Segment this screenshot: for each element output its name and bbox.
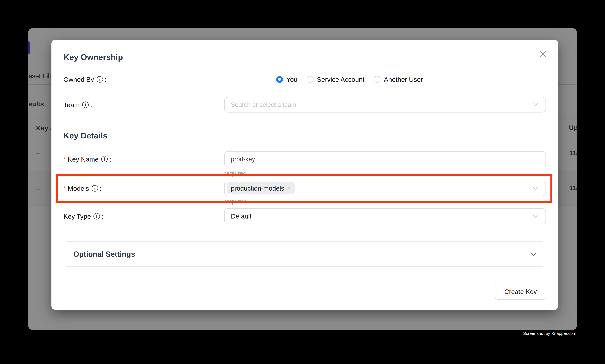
required-asterisk: *	[64, 184, 66, 192]
label-colon: :	[100, 184, 102, 192]
chevron-down-icon	[533, 186, 538, 190]
chevron-down-icon[interactable]	[530, 252, 537, 256]
radio-label: Another User	[384, 76, 423, 83]
owned-by-radio-group: You Service Account Another User	[276, 72, 423, 86]
watermark-text: Screenshot by Xnapper.com	[523, 331, 576, 336]
model-tag-label: production-models	[231, 184, 284, 192]
label-colon: :	[102, 212, 103, 220]
info-icon[interactable]: i	[82, 102, 89, 108]
remove-tag-icon[interactable]: ×	[287, 185, 291, 192]
key-name-input[interactable]	[225, 152, 545, 167]
radio-selected-icon[interactable]	[276, 76, 283, 83]
key-type-select[interactable]: Default	[224, 208, 546, 224]
close-button[interactable]	[536, 47, 550, 61]
create-key-modal: Key Ownership Owned Byi: You Service Acc…	[51, 40, 558, 310]
owned-by-label-text: Owned By	[64, 76, 94, 83]
models-validation-message: required	[224, 198, 246, 205]
chevron-down-icon	[533, 103, 538, 107]
key-details-section-title: Key Details	[64, 131, 108, 140]
team-select-input[interactable]	[225, 97, 545, 112]
key-name-validation-message: required	[224, 170, 246, 177]
key-type-label-text: Key Type	[64, 212, 91, 220]
create-key-button[interactable]: Create Key	[495, 284, 546, 299]
key-name-field[interactable]	[224, 151, 546, 167]
info-icon[interactable]: i	[101, 156, 108, 162]
models-label-text: Models	[68, 184, 89, 192]
close-icon	[540, 50, 547, 58]
models-label: *Modelsi:	[64, 181, 102, 196]
models-multiselect[interactable]: production-models ×	[224, 181, 546, 196]
radio-label: Service Account	[317, 76, 364, 83]
team-select[interactable]	[224, 97, 546, 113]
key-type-label: Key Typei:	[64, 208, 103, 224]
key-name-label-text: Key Name	[68, 155, 99, 163]
radio-option-another-user[interactable]: Another User	[374, 76, 423, 83]
info-icon[interactable]: i	[93, 213, 100, 220]
modal-title: Key Ownership	[64, 52, 123, 62]
radio-option-service-account[interactable]: Service Account	[307, 76, 364, 83]
selected-model-tag: production-models ×	[227, 182, 295, 194]
radio-label: You	[286, 76, 297, 83]
info-icon[interactable]: i	[97, 76, 103, 83]
info-icon[interactable]: i	[92, 185, 98, 192]
label-colon: :	[109, 155, 111, 163]
chevron-down-icon	[533, 214, 538, 218]
owned-by-label: Owned Byi:	[64, 72, 107, 86]
optional-settings-title: Optional Settings	[73, 250, 135, 259]
radio-unselected-icon[interactable]	[307, 76, 313, 83]
key-name-label: *Key Namei:	[64, 151, 111, 167]
required-asterisk: *	[64, 155, 66, 163]
label-colon: :	[105, 76, 107, 83]
optional-settings-expander[interactable]: Optional Settings	[64, 241, 545, 267]
radio-unselected-icon[interactable]	[374, 76, 380, 83]
label-colon: :	[90, 101, 92, 109]
radio-option-you[interactable]: You	[276, 76, 297, 83]
team-label-text: Team	[64, 101, 80, 109]
screenshot-canvas: eset Filt sults Key Alia Up – 11/ – 11/ …	[0, 0, 605, 364]
key-type-selected-value: Default	[225, 212, 251, 220]
team-label: Teami:	[64, 97, 92, 113]
